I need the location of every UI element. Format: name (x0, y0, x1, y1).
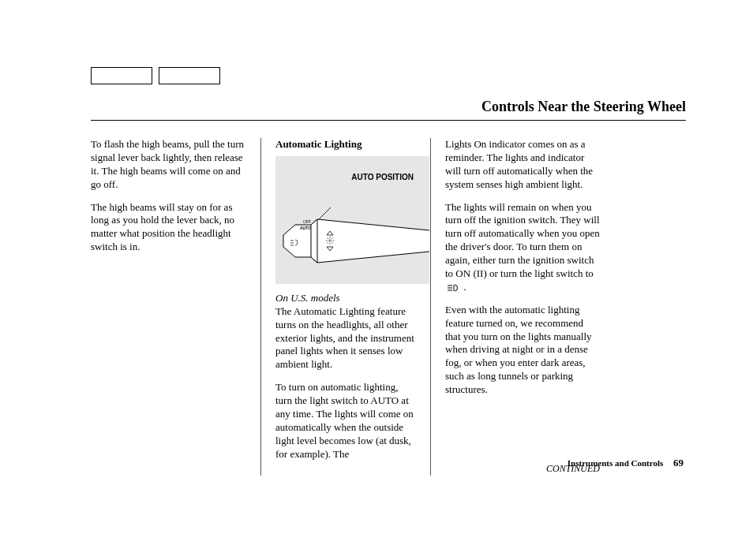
page-title: Controls Near the Steering Wheel (481, 99, 686, 115)
body-text: On U.S. modelsThe Automatic Lighting fea… (275, 292, 416, 371)
column-3: Lights On indicator comes on as a remind… (430, 138, 600, 476)
headlight-icon (445, 284, 461, 292)
diagram-label: AUTO POSITION (351, 172, 414, 182)
body-text: Lights On indicator comes on as a remind… (445, 138, 600, 192)
body-text: The Automatic Lighting feature turns on … (275, 305, 414, 371)
placeholder-box (91, 67, 152, 84)
svg-text:AUTO: AUTO (300, 226, 311, 230)
page-footer: Instruments and Controls 69 (568, 457, 684, 469)
lever-illustration: OFF AUTO (279, 207, 429, 278)
model-note: On U.S. models (275, 292, 340, 304)
heading-row: Controls Near the Steering Wheel (91, 99, 686, 121)
column-1: To flash the high beams, pull the turn s… (91, 138, 260, 476)
footer-section: Instruments and Controls (568, 458, 663, 468)
placeholder-box (159, 67, 220, 84)
body-text: To turn on automatic lighting, turn the … (275, 381, 416, 461)
body-text: To flash the high beams, pull the turn s… (91, 138, 246, 192)
body-text: Even with the automatic lighting feature… (445, 304, 600, 397)
body-text: The high beams will stay on for as long … (91, 201, 246, 255)
section-subheading: Automatic Lighting (275, 138, 416, 151)
top-placeholder-boxes (91, 67, 686, 84)
body-text: The lights will remain on when you turn … (445, 201, 600, 294)
content-columns: To flash the high beams, pull the turn s… (91, 138, 686, 476)
column-2: Automatic Lighting AUTO POSITION OFF AUT… (260, 138, 430, 476)
svg-text:OFF: OFF (303, 219, 311, 224)
page-number: 69 (673, 457, 684, 469)
page-container: Controls Near the Steering Wheel To flas… (0, 0, 753, 476)
lever-diagram: AUTO POSITION OFF AUTO (275, 156, 429, 284)
